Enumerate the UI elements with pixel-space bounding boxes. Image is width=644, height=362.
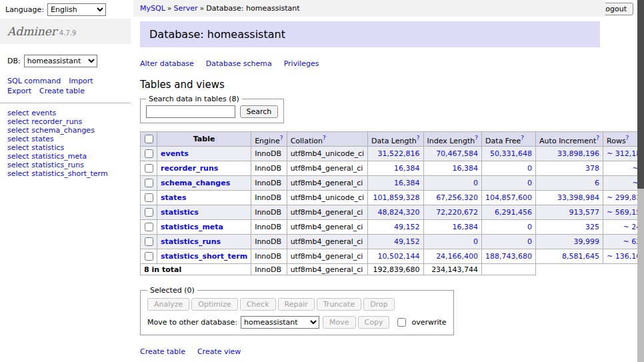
row-checkbox[interactable]	[145, 193, 153, 202]
data-free-link[interactable]: 50,331,648	[490, 149, 532, 158]
data-free-link[interactable]: 6,291,456	[495, 208, 532, 217]
data-length-link[interactable]: 10,502,144	[378, 252, 420, 261]
help-link[interactable]: ?	[417, 135, 420, 141]
sidebar-select-schema-changes[interactable]: select schema_changes	[7, 126, 131, 135]
data-length-cell: 31,522,816	[368, 147, 423, 161]
auto-increment-link[interactable]: 913,577	[569, 208, 600, 217]
sidebar-select-statistics-meta[interactable]: select statistics_meta	[7, 152, 131, 161]
data-length-link[interactable]: 31,522,816	[378, 149, 420, 158]
data-free-cell: 0	[482, 235, 536, 249]
repair-button[interactable]: Repair	[278, 298, 315, 311]
data-length-link[interactable]: 48,824,320	[378, 208, 420, 217]
auto-increment-link[interactable]: 325	[585, 223, 599, 231]
index-length-link[interactable]: 16,384	[453, 223, 479, 231]
breadcrumb-server-link[interactable]: Server	[174, 4, 198, 13]
data-length-link[interactable]: 101,859,328	[373, 193, 420, 202]
table-link-states[interactable]: states	[161, 193, 187, 202]
help-link[interactable]: ?	[323, 135, 326, 141]
create-link-create-table[interactable]: Create table	[140, 347, 185, 356]
data-length-link[interactable]: 16,384	[394, 164, 420, 173]
row-checkbox[interactable]	[145, 208, 153, 217]
sidebar-select-statistics-runs[interactable]: select statistics_runs	[7, 161, 131, 169]
optimize-button[interactable]: Optimize	[191, 298, 237, 311]
language-select[interactable]: English	[47, 3, 106, 16]
sidebar-select-recorder-runs[interactable]: select recorder_runs	[7, 117, 131, 126]
data-length-link[interactable]: 49,152	[394, 237, 420, 246]
data-free-link[interactable]: 188,743,680	[485, 252, 532, 261]
search-input[interactable]	[146, 105, 235, 118]
sidebar-select-statistics-short-term[interactable]: select statistics_short_term	[7, 169, 131, 178]
auto-increment-link[interactable]: 39,999	[574, 237, 600, 246]
move-db-select[interactable]: homeassistant	[241, 316, 319, 329]
move-row: Move to other database: homeassistant Mo…	[147, 316, 447, 329]
search-button[interactable]: Search	[240, 105, 279, 118]
table-link-statistics[interactable]: statistics	[161, 208, 199, 217]
help-link[interactable]: ?	[475, 135, 478, 141]
data-free-link[interactable]: 0	[527, 223, 532, 231]
create-link-create-view[interactable]: Create view	[197, 347, 241, 356]
overwrite-checkbox[interactable]	[397, 318, 406, 327]
index-length-link[interactable]: 24,166,400	[436, 252, 478, 261]
help-link[interactable]: ?	[280, 135, 283, 141]
index-length-link[interactable]: 72,220,672	[436, 208, 478, 217]
table-link-recorder-runs[interactable]: recorder_runs	[161, 164, 218, 173]
sidebar-select-states[interactable]: select states	[7, 135, 131, 143]
data-free-link[interactable]: 0	[527, 164, 532, 173]
drop-button[interactable]: Drop	[363, 298, 394, 311]
data-length-link[interactable]: 49,152	[394, 223, 420, 231]
action-link-alter-database[interactable]: Alter database	[140, 59, 194, 68]
auto-increment-link[interactable]: 8,581,645	[562, 252, 599, 261]
select-all-checkbox[interactable]	[145, 135, 153, 143]
column-header-index-length: Index Length?	[423, 132, 482, 147]
help-link[interactable]: ?	[521, 135, 524, 141]
help-link[interactable]: ?	[596, 135, 599, 141]
index-length-cell: 24,166,400	[423, 249, 482, 264]
overwrite-label[interactable]: overwrite	[411, 318, 446, 327]
scrollbar[interactable]	[637, 0, 644, 362]
auto-increment-link[interactable]: 6	[595, 179, 599, 187]
analyze-button[interactable]: Analyze	[147, 298, 189, 311]
tables-header-row: TableEngine?Collation?Data Length?Index …	[141, 132, 644, 147]
breadcrumb: MySQL»Server»Database: homeassistant	[133, 0, 605, 17]
sidebar-link-export[interactable]: Export	[7, 87, 31, 95]
data-free-link[interactable]: 0	[527, 179, 532, 187]
table-link-events[interactable]: events	[161, 149, 189, 158]
copy-button[interactable]: Copy	[358, 316, 390, 329]
row-checkbox[interactable]	[145, 237, 153, 246]
index-length-link[interactable]: 0	[473, 237, 478, 246]
move-button[interactable]: Move	[323, 316, 356, 329]
index-length-link[interactable]: 67,256,320	[436, 193, 478, 202]
truncate-button[interactable]: Truncate	[317, 298, 361, 311]
scrollbar-thumb[interactable]	[637, 0, 644, 189]
table-link-statistics-short-term[interactable]: statistics_short_term	[161, 252, 247, 261]
row-checkbox[interactable]	[145, 149, 153, 158]
row-checkbox[interactable]	[145, 179, 153, 187]
sidebar-link-import[interactable]: Import	[69, 77, 93, 85]
adminer-logo-text[interactable]: Adminer	[7, 25, 57, 38]
sidebar-link-create-table[interactable]: Create table	[39, 87, 85, 95]
index-length-link[interactable]: 0	[473, 179, 478, 187]
action-link-database-schema[interactable]: Database schema	[206, 59, 272, 68]
table-link-schema-changes[interactable]: schema_changes	[161, 179, 230, 187]
sidebar-select-statistics[interactable]: select statistics	[7, 143, 131, 152]
check-button[interactable]: Check	[240, 298, 276, 311]
action-link-privileges[interactable]: Privileges	[284, 59, 319, 68]
row-checkbox[interactable]	[145, 252, 153, 261]
row-checkbox[interactable]	[145, 164, 153, 173]
db-select[interactable]: homeassistant	[24, 55, 97, 67]
breadcrumb-mysql-link[interactable]: MySQL	[140, 4, 165, 13]
index-length-link[interactable]: 16,384	[453, 164, 479, 173]
data-free-link[interactable]: 0	[527, 237, 532, 246]
auto-increment-link[interactable]: 378	[585, 164, 599, 173]
data-free-link[interactable]: 104,857,600	[485, 193, 532, 202]
data-length-link[interactable]: 16,384	[394, 179, 420, 187]
help-link[interactable]: ?	[626, 135, 629, 141]
sidebar-select-events[interactable]: select events	[7, 109, 131, 117]
auto-increment-link[interactable]: 33,898,196	[557, 149, 599, 158]
sidebar-link-sql-command[interactable]: SQL command	[7, 77, 61, 85]
index-length-link[interactable]: 70,467,584	[436, 149, 478, 158]
row-checkbox[interactable]	[145, 223, 153, 231]
table-link-statistics-meta[interactable]: statistics_meta	[161, 223, 223, 231]
auto-increment-link[interactable]: 33,398,984	[557, 193, 599, 202]
table-link-statistics-runs[interactable]: statistics_runs	[161, 237, 221, 246]
